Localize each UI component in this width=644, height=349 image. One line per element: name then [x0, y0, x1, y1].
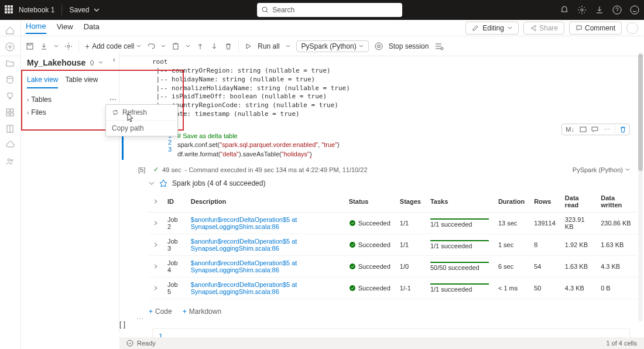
cell-count: 1 of 4 cells — [606, 340, 637, 347]
search-placeholder: Search — [272, 6, 294, 14]
lakehouse-panel: My_Lakehouse ‹ Lake view Table view ›Tab… — [21, 52, 119, 333]
svg-rect-6 — [6, 109, 9, 112]
table-row[interactable]: Job 3 $anonfun$recordDeltaOperation$5 at… — [149, 234, 637, 256]
code-cell[interactable]: 123 # Save as delta table spark.conf.set… — [122, 131, 637, 160]
table-row[interactable]: Job 5 $anonfun$recordDeltaOperation$5 at… — [149, 278, 637, 299]
collapse-sidebar-button[interactable]: ‹ — [113, 56, 115, 64]
add-markdown-button[interactable]: +Markdown — [183, 307, 221, 316]
stop-session-button[interactable]: Stop session — [389, 42, 429, 50]
add-circle-icon[interactable] — [5, 42, 16, 53]
stop-icon[interactable] — [375, 42, 383, 50]
check-circle-icon — [126, 340, 133, 347]
svg-point-17 — [67, 45, 70, 47]
arrow-up-icon[interactable] — [196, 42, 204, 50]
cell-index: [5] — [138, 166, 145, 173]
table-row[interactable]: Job 4 $anonfun$recordDeltaOperation$5 at… — [149, 256, 637, 278]
svg-point-13 — [534, 25, 536, 27]
undo-icon[interactable] — [147, 42, 155, 50]
chevron-down-icon[interactable] — [54, 44, 59, 49]
people-icon[interactable] — [5, 157, 16, 167]
bell-icon[interactable] — [560, 5, 569, 15]
svg-point-19 — [375, 43, 382, 50]
tab-view[interactable]: View — [57, 22, 73, 33]
tab-table-view[interactable]: Table view — [65, 76, 98, 88]
left-rail — [0, 20, 21, 349]
table-row[interactable]: Job 2 $anonfun$recordDeltaOperation$5 at… — [149, 213, 637, 234]
pin-icon[interactable] — [89, 60, 95, 66]
svg-point-23 — [350, 220, 355, 226]
trophy-icon[interactable] — [5, 91, 16, 102]
empty-cell-index: [ ] — [119, 320, 125, 329]
comment-button[interactable]: Comment — [569, 22, 622, 35]
svg-point-27 — [127, 340, 133, 346]
lakehouse-title: My_Lakehouse — [27, 58, 85, 67]
app-icon[interactable] — [5, 108, 16, 118]
chevron-down-icon[interactable] — [161, 44, 166, 49]
chevron-down-icon — [508, 26, 512, 30]
share-button[interactable]: Share — [523, 22, 564, 35]
more-icon[interactable]: ⋯ — [109, 95, 117, 104]
folder-icon[interactable] — [5, 59, 16, 69]
ribbon: Home View Data Editing Share Comment — [0, 20, 644, 36]
svg-rect-9 — [11, 113, 13, 116]
tab-lake-view[interactable]: Lake view — [27, 76, 58, 88]
svg-point-12 — [11, 160, 12, 162]
database-icon[interactable] — [5, 75, 16, 85]
context-menu: Refresh Copy path — [105, 104, 178, 136]
chevron-down-icon[interactable] — [186, 44, 190, 49]
gear-icon[interactable] — [64, 42, 73, 50]
global-search[interactable]: Search — [257, 3, 402, 17]
svg-point-2 — [613, 6, 621, 14]
chevron-down-icon[interactable] — [94, 7, 100, 13]
schema-output: root |-- countryOrRegion: string (nullab… — [119, 52, 637, 125]
tab-data[interactable]: Data — [84, 22, 100, 33]
spark-jobs-table: ID Description Status Stages Tasks Durat… — [149, 191, 637, 299]
cursor-icon — [126, 112, 136, 126]
play-icon[interactable] — [245, 43, 252, 50]
tree-item-tables[interactable]: ›Tables ⋯ — [27, 93, 113, 106]
svg-point-26 — [350, 285, 355, 291]
ctx-refresh[interactable]: Refresh — [106, 105, 177, 121]
notebook-title[interactable]: Notebook 1 — [19, 6, 54, 14]
svg-rect-18 — [173, 44, 178, 49]
ctx-copy-path[interactable]: Copy path — [106, 121, 177, 136]
variables-icon[interactable] — [434, 42, 444, 50]
avatar[interactable] — [626, 22, 638, 34]
check-icon: ✓ — [153, 166, 159, 173]
help-icon[interactable] — [612, 5, 622, 15]
tree-item-files[interactable]: ›Files — [27, 106, 113, 119]
add-code-cell-button[interactable]: + Add code cell — [85, 42, 141, 51]
add-code-button[interactable]: +Code — [149, 307, 172, 316]
cell-kernel-selector[interactable]: PySpark (Python) — [573, 166, 630, 173]
notebook-content: root |-- countryOrRegion: string (nullab… — [119, 52, 637, 338]
save-icon[interactable] — [26, 42, 34, 50]
svg-point-15 — [534, 29, 536, 30]
gear-icon[interactable] — [577, 5, 587, 15]
search-icon — [262, 6, 269, 13]
chevron-down-icon[interactable] — [286, 44, 290, 49]
chevron-down-icon — [359, 44, 364, 49]
svg-rect-8 — [6, 113, 9, 116]
book-icon[interactable] — [5, 124, 16, 135]
editing-mode-button[interactable]: Editing — [465, 22, 519, 35]
svg-point-0 — [262, 7, 267, 12]
cloud-icon[interactable] — [5, 141, 16, 151]
spark-jobs-header[interactable]: Spark jobs (4 of 4 succeeded) — [119, 176, 637, 191]
trash-icon[interactable] — [224, 42, 232, 50]
comment-icon — [576, 25, 583, 32]
scrollbar-thumb[interactable] — [638, 54, 643, 171]
download-icon[interactable] — [595, 5, 604, 15]
svg-point-3 — [631, 6, 639, 14]
svg-point-11 — [8, 159, 10, 161]
clipboard-icon[interactable] — [172, 42, 180, 50]
tab-home[interactable]: Home — [26, 22, 46, 34]
run-all-button[interactable]: Run all — [258, 42, 279, 50]
download-icon[interactable] — [40, 42, 48, 50]
kernel-selector[interactable]: PySpark (Python) — [296, 40, 369, 52]
waffle-icon[interactable] — [5, 5, 14, 15]
pencil-icon — [472, 25, 479, 32]
smile-icon[interactable] — [630, 5, 639, 15]
arrow-down-icon[interactable] — [210, 42, 218, 50]
chevron-down-icon[interactable] — [98, 60, 103, 65]
svg-rect-7 — [11, 109, 13, 112]
